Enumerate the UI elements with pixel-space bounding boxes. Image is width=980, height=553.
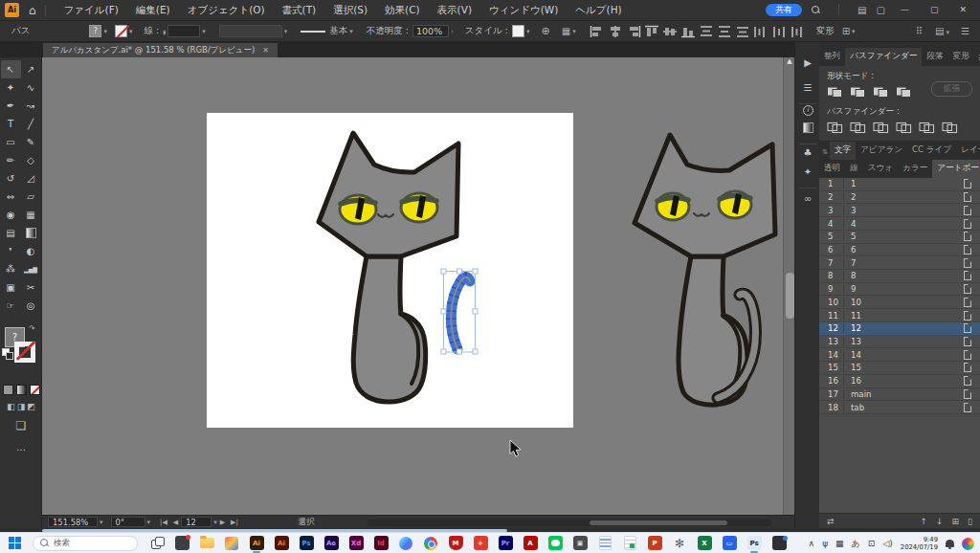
artboard-name[interactable]: 14 — [844, 350, 964, 360]
start-button[interactable] — [9, 537, 21, 549]
eyedropper-tool[interactable]: ❜ — [1, 242, 21, 260]
document-tab[interactable]: アルパカスタンプ.ai* @ 151.58 % (RGB/プレビュー) ✕ — [43, 43, 278, 57]
paintbrush-tool[interactable]: ✎ — [21, 133, 41, 151]
menu-item-0[interactable]: ファイル(F) — [64, 4, 119, 17]
screen-mode-icon[interactable]: ❏ — [0, 419, 42, 432]
dist-left-icon[interactable] — [753, 25, 768, 38]
color-button[interactable] — [3, 385, 13, 395]
canvas[interactable] — [42, 57, 783, 515]
properties-icon[interactable]: ☰ — [795, 82, 820, 93]
home-icon[interactable]: ⌂ — [29, 4, 36, 17]
pathfinder-group-panel-menu-icon[interactable]: ☰ — [974, 51, 980, 66]
taskbar-task-view[interactable] — [149, 535, 165, 552]
artboard-name[interactable]: 13 — [844, 337, 964, 346]
share-button[interactable]: 共有 — [766, 4, 802, 17]
artboard-group-tab-0[interactable]: 透明 — [819, 160, 845, 178]
artboard-row-14[interactable]: 1414 — [819, 348, 980, 362]
stroke-weight-field[interactable] — [167, 25, 200, 37]
artboard-row-4[interactable]: 44 — [819, 217, 980, 231]
artboard-row-13[interactable]: 1313 — [819, 336, 980, 349]
trim-icon[interactable] — [850, 120, 866, 138]
quick-actions-icon[interactable]: ✦ — [795, 166, 820, 177]
artboard-page-icon[interactable] — [964, 350, 971, 360]
default-fill-stroke-icon[interactable] — [2, 348, 10, 356]
pathfinder-group-tab-3[interactable]: 変形 — [948, 48, 974, 66]
isolate-dropdown-icon[interactable]: ▾ — [852, 28, 856, 35]
artboard-name[interactable]: 15 — [844, 363, 964, 372]
merge-icon[interactable] — [873, 120, 889, 138]
new-artboard-icon[interactable]: ⊞ — [952, 517, 960, 526]
opacity-expand-icon[interactable]: › — [451, 28, 454, 35]
slice-tool[interactable]: ✂ — [21, 278, 41, 297]
artboard-row-6[interactable]: 66 — [819, 244, 980, 257]
artboard-page-icon[interactable] — [964, 232, 971, 241]
artboard-name[interactable]: 4 — [844, 219, 964, 229]
artboard-name[interactable]: 3 — [844, 206, 964, 215]
tray-chevron-icon[interactable]: ∧ — [809, 539, 815, 548]
actions-icon[interactable]: ▶ — [795, 57, 820, 68]
tray-display-icon[interactable]: ⊡ — [868, 539, 876, 548]
gradient-tool[interactable] — [21, 224, 41, 242]
artboard-row-8[interactable]: 88 — [819, 270, 980, 283]
type-tool[interactable]: T — [1, 115, 21, 133]
outline-icon[interactable] — [919, 120, 935, 138]
artboard-page-icon[interactable] — [964, 179, 971, 188]
gradient-button[interactable] — [16, 385, 27, 395]
align-v-center-icon[interactable] — [662, 25, 678, 38]
style-dropdown-icon[interactable]: ▾ — [526, 28, 530, 35]
last-artboard-button[interactable]: ▶| — [231, 519, 238, 526]
artboard-name[interactable]: tab — [844, 403, 964, 412]
draw-behind-icon[interactable]: ◨ — [17, 402, 26, 411]
opacity-field[interactable]: 100% — [412, 25, 449, 37]
artboard-name[interactable]: main — [844, 389, 964, 399]
taskbar-premiere[interactable]: Pr — [498, 535, 513, 552]
taskbar-copilot[interactable] — [398, 535, 413, 552]
align-right-icon[interactable] — [626, 25, 641, 38]
artboard-name[interactable]: 1 — [844, 179, 964, 188]
character-group-tab-3[interactable]: レイヤー — [956, 142, 980, 160]
artboard-row-16[interactable]: 1616 — [819, 375, 980, 388]
stroke-style-dropdown-icon[interactable]: ▾ — [349, 28, 353, 35]
notifications-icon[interactable] — [946, 540, 954, 547]
taskbar-xd[interactable]: Xd — [348, 535, 364, 552]
exclude-icon[interactable] — [896, 84, 912, 102]
taskbar-chrome[interactable] — [423, 535, 438, 552]
menu-item-1[interactable]: 編集(E) — [136, 4, 170, 17]
artboard-row-15[interactable]: 1515 — [819, 362, 980, 375]
menu-item-2[interactable]: オブジェクト(O) — [188, 4, 265, 17]
artboard-row-2[interactable]: 22 — [819, 191, 980, 205]
taskbar-clock[interactable]: 9:49 2024/07/19 — [901, 536, 938, 552]
panel-drag-icon[interactable]: ⇅ — [819, 145, 830, 160]
artboard-group-tab-1[interactable]: 線 — [845, 160, 863, 178]
tray-ime-icon[interactable]: あ — [852, 538, 860, 550]
symbols-icon[interactable]: ♣ — [795, 147, 820, 158]
pathfinder-group-tab-0[interactable]: 整列 — [819, 48, 845, 66]
artboard-name[interactable]: 2 — [844, 192, 964, 202]
artboard-group-tab-2[interactable]: スウォ — [863, 160, 898, 178]
menu-item-7[interactable]: ウィンドウ(W) — [489, 4, 558, 17]
fill-dropdown-icon[interactable]: ▾ — [103, 28, 107, 35]
artboard-name[interactable]: 5 — [844, 232, 964, 241]
artboard-group-tab-3[interactable]: カラー — [898, 160, 932, 178]
taskbar-mcafee[interactable]: M — [448, 535, 463, 552]
stroke-proxy[interactable] — [14, 342, 35, 363]
rectangle-tool[interactable]: ▭ — [1, 133, 21, 151]
taskbar-docs[interactable] — [622, 535, 637, 552]
pathfinder-group-tab-2[interactable]: 段落 — [922, 48, 947, 66]
search-icon[interactable] — [812, 6, 820, 14]
shape-builder-tool[interactable]: ◉ — [1, 206, 21, 224]
zoom-dropdown-icon[interactable]: ▾ — [100, 519, 103, 526]
artboard-row-9[interactable]: 99 — [819, 283, 980, 297]
expand-button[interactable]: 拡張 — [931, 81, 972, 97]
zoom-tool[interactable]: ◎ — [21, 297, 41, 315]
divide-icon[interactable] — [827, 120, 843, 138]
taskbar-app-dark-dot[interactable] — [771, 535, 787, 552]
column-graph-tool[interactable]: ▂▅▇ — [21, 260, 41, 278]
dist-right-icon[interactable] — [790, 25, 805, 38]
minimize-button[interactable]: — — [895, 5, 915, 14]
taskbar-photos[interactable] — [224, 535, 239, 552]
artboard-row-10[interactable]: 1010 — [819, 296, 980, 309]
menu-item-8[interactable]: ヘルプ(H) — [575, 4, 621, 17]
artboard-name[interactable]: 6 — [844, 245, 964, 254]
tray-mic-icon[interactable]: ψ — [822, 539, 828, 548]
